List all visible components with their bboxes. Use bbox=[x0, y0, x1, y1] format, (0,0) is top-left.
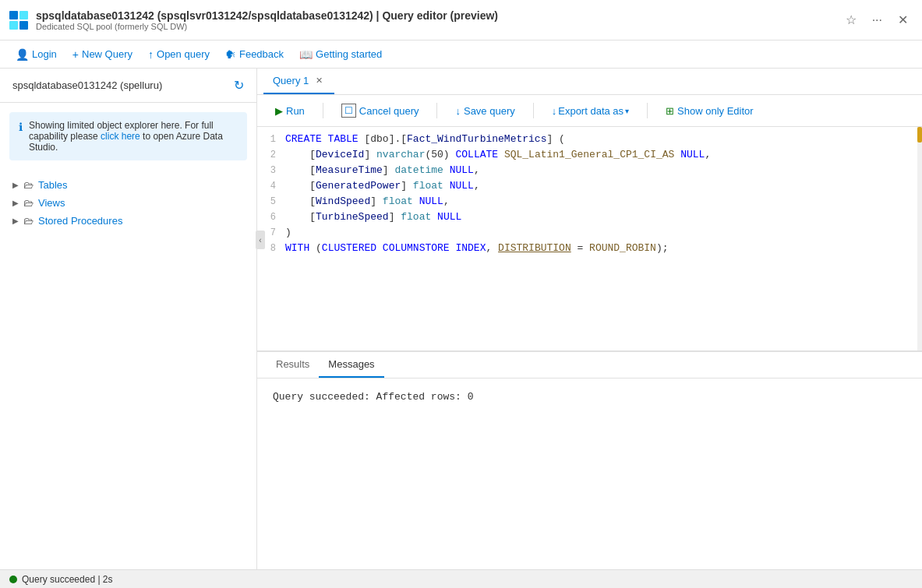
run-button[interactable]: ▶ Run bbox=[267, 101, 313, 121]
line-content-2: [DeviceId] nvarchar(50) COLLATE SQL_Lati… bbox=[285, 149, 922, 160]
line-content-5: [WindSpeed] float NULL, bbox=[285, 195, 922, 207]
folder-icon-tables: 🗁 bbox=[23, 179, 34, 191]
line-content-4: [GeneratedPower] float NULL, bbox=[285, 180, 922, 192]
expand-arrow-procs: ▶ bbox=[12, 217, 19, 225]
more-button[interactable]: ··· bbox=[867, 12, 887, 29]
code-line-3: 3 [MeasureTime] datetime NULL, bbox=[257, 164, 922, 180]
results-tab-results[interactable]: Results bbox=[267, 352, 319, 378]
login-button[interactable]: 👤 Login bbox=[9, 45, 63, 64]
line-number-4: 4 bbox=[257, 180, 285, 192]
window-title: spsqldatabase0131242 (spsqlsvr0131242/sp… bbox=[36, 9, 841, 22]
results-tab-messages[interactable]: Messages bbox=[319, 352, 383, 378]
sidebar-item-tables[interactable]: ▶ 🗁 Tables bbox=[0, 176, 256, 194]
title-text: spsqldatabase0131242 (spsqlsvr0131242/sp… bbox=[36, 9, 841, 31]
line-content-1: CREATE TABLE [dbo].[Fact_WindTurbineMetr… bbox=[285, 133, 922, 145]
upload-icon: ↑ bbox=[148, 48, 154, 61]
run-icon: ▶ bbox=[275, 105, 283, 117]
object-explorer: ▶ 🗁 Tables ▶ 🗁 Views ▶ 🗁 Stored Procedur… bbox=[0, 170, 256, 236]
main-content: spsqldatabase0131242 (spelluru) ↻ ℹ Show… bbox=[0, 69, 922, 569]
query-tab-label: Query 1 bbox=[273, 75, 309, 86]
tab-close-button[interactable]: ✕ bbox=[313, 75, 325, 86]
feedback-button[interactable]: 🗣 Feedback bbox=[219, 45, 290, 64]
line-content-3: [MeasureTime] datetime NULL, bbox=[285, 164, 922, 176]
cancel-icon: ☐ bbox=[341, 104, 356, 118]
plus-icon: + bbox=[72, 48, 79, 61]
query-tabs: Query 1 ✕ bbox=[257, 69, 922, 95]
line-content-6: [TurbineSpeed] float NULL bbox=[285, 211, 922, 223]
azure-logo bbox=[9, 11, 28, 30]
status-bar: Query succeeded | 2s bbox=[0, 569, 922, 588]
code-editor[interactable]: 1 CREATE TABLE [dbo].[Fact_WindTurbineMe… bbox=[257, 127, 922, 351]
results-content: Query succeeded: Affected rows: 0 bbox=[257, 379, 922, 569]
azure-studio-link[interactable]: click here bbox=[101, 131, 140, 142]
info-text: Showing limited object explorer here. Fo… bbox=[29, 120, 238, 153]
save-icon: ↓ bbox=[455, 105, 461, 117]
line-content-7: ) bbox=[285, 227, 922, 238]
views-label: Views bbox=[38, 197, 65, 209]
line-number-1: 1 bbox=[257, 133, 285, 145]
toolbar-divider-2 bbox=[436, 103, 437, 118]
person-icon: 👤 bbox=[16, 48, 29, 61]
code-line-6: 6 [TurbineSpeed] float NULL bbox=[257, 211, 922, 227]
query-tab-1[interactable]: Query 1 ✕ bbox=[263, 69, 334, 94]
results-tabs: Results Messages bbox=[257, 352, 922, 379]
line-number-3: 3 bbox=[257, 164, 285, 176]
scrollbar-thumb[interactable] bbox=[917, 127, 922, 143]
feedback-icon: 🗣 bbox=[225, 48, 236, 61]
line-number-5: 5 bbox=[257, 195, 285, 207]
getting-started-button[interactable]: 📖 Getting started bbox=[293, 45, 388, 64]
editor-scrollbar[interactable] bbox=[917, 127, 922, 350]
show-editor-button[interactable]: ⊞ Show only Editor bbox=[657, 101, 762, 121]
sidebar: spsqldatabase0131242 (spelluru) ↻ ℹ Show… bbox=[0, 69, 257, 569]
favorite-button[interactable]: ☆ bbox=[841, 11, 861, 29]
line-number-2: 2 bbox=[257, 149, 285, 160]
grid-icon: ⊞ bbox=[666, 105, 674, 117]
status-text: Query succeeded | 2s bbox=[22, 574, 113, 585]
book-icon: 📖 bbox=[299, 48, 313, 61]
toolbar-divider-4 bbox=[647, 103, 648, 118]
expand-arrow-views: ▶ bbox=[12, 199, 19, 207]
title-bar: spsqldatabase0131242 (spsqlsvr0131242/sp… bbox=[0, 0, 922, 40]
results-area: Results Messages Query succeeded: Affect… bbox=[257, 351, 922, 569]
collapse-handle[interactable]: ‹ bbox=[256, 231, 265, 249]
code-line-1: 1 CREATE TABLE [dbo].[Fact_WindTurbineMe… bbox=[257, 133, 922, 149]
code-line-4: 4 [GeneratedPower] float NULL, bbox=[257, 180, 922, 195]
export-icon: ↓ bbox=[552, 105, 557, 117]
status-dot bbox=[9, 576, 17, 583]
folder-icon-procs: 🗁 bbox=[23, 215, 34, 227]
info-box: ℹ Showing limited object explorer here. … bbox=[9, 112, 247, 160]
sidebar-header: spsqldatabase0131242 (spelluru) ↻ bbox=[0, 69, 256, 103]
open-query-button[interactable]: ↑ Open query bbox=[142, 45, 216, 64]
window-subtitle: Dedicated SQL pool (formerly SQL DW) bbox=[36, 22, 841, 31]
save-query-button[interactable]: ↓ Save query bbox=[447, 101, 523, 121]
tables-label: Tables bbox=[38, 179, 68, 191]
line-content-8: WITH (CLUSTERED COLUMNSTORE INDEX, DISTR… bbox=[285, 242, 922, 254]
sidebar-db-name: spsqldatabase0131242 (spelluru) bbox=[12, 79, 162, 91]
stored-procedures-label: Stored Procedures bbox=[38, 215, 122, 227]
code-line-8: 8 WITH (CLUSTERED COLUMNSTORE INDEX, DIS… bbox=[257, 242, 922, 258]
dropdown-arrow-icon: ▾ bbox=[625, 107, 629, 115]
line-number-6: 6 bbox=[257, 211, 285, 223]
refresh-button[interactable]: ↻ bbox=[234, 78, 244, 93]
code-line-7: 7 ) bbox=[257, 227, 922, 242]
sidebar-item-views[interactable]: ▶ 🗁 Views bbox=[0, 194, 256, 212]
toolbar-divider-1 bbox=[323, 103, 323, 118]
code-line-5: 5 [WindSpeed] float NULL, bbox=[257, 195, 922, 211]
success-message: Query succeeded: Affected rows: 0 bbox=[273, 391, 906, 403]
expand-arrow-tables: ▶ bbox=[12, 181, 19, 189]
top-toolbar: 👤 Login + New Query ↑ Open query 🗣 Feedb… bbox=[0, 40, 922, 69]
cancel-query-button[interactable]: ☐ Cancel query bbox=[333, 100, 428, 121]
close-button[interactable]: ✕ bbox=[893, 11, 913, 29]
export-data-button[interactable]: ↓ Export data as ▾ bbox=[543, 101, 638, 121]
query-toolbar: ▶ Run ☐ Cancel query ↓ Save query ↓ Expo… bbox=[257, 95, 922, 127]
query-area: Query 1 ✕ ▶ Run ☐ Cancel query ↓ Save qu… bbox=[257, 69, 922, 569]
code-line-2: 2 [DeviceId] nvarchar(50) COLLATE SQL_La… bbox=[257, 149, 922, 164]
new-query-button[interactable]: + New Query bbox=[66, 45, 139, 64]
sidebar-item-stored-procedures[interactable]: ▶ 🗁 Stored Procedures bbox=[0, 212, 256, 230]
info-icon: ℹ bbox=[19, 121, 23, 153]
folder-icon-views: 🗁 bbox=[23, 197, 34, 209]
toolbar-divider-3 bbox=[533, 103, 534, 118]
window-actions: ☆ ··· ✕ bbox=[841, 11, 913, 29]
